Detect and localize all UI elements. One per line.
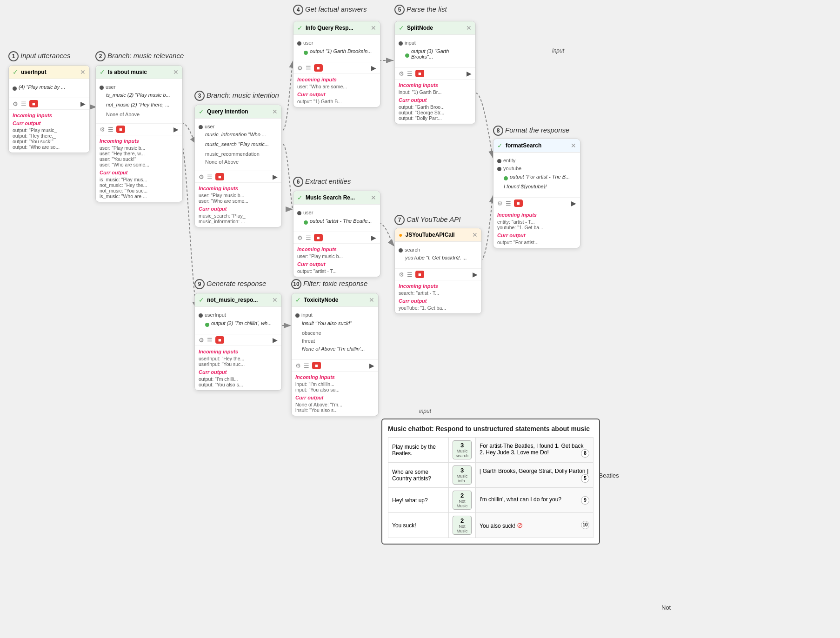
step4-label: 4Get factual answers (293, 5, 367, 15)
list-icon-8[interactable]: ☰ (506, 200, 511, 207)
red-btn-10[interactable]: ■ (312, 362, 321, 369)
badge-4: 2 NotMusic (453, 516, 472, 535)
settings-icon-9[interactable]: ⚙ (199, 337, 204, 344)
red-btn-5[interactable]: ■ (415, 70, 424, 77)
node-toxicity: ✓ ToxicityNode ✕ input insult "You also … (291, 293, 379, 416)
step3-num: 3 (194, 91, 205, 101)
play-icon-2[interactable]: ▶ (173, 126, 179, 133)
close-icon-5[interactable]: ✕ (466, 24, 472, 32)
list-icon-5[interactable]: ☰ (407, 70, 413, 77)
close-icon-8[interactable]: ✕ (571, 142, 576, 149)
node-fs-body: entity youtube output "For artist - The … (493, 153, 580, 197)
step4-num: 4 (293, 5, 303, 15)
close-icon-3[interactable]: ✕ (272, 108, 278, 115)
step8-num: 8 (493, 126, 503, 136)
node-info-query-resp: ✓ Info Query Resp... ✕ user output "1) G… (293, 21, 380, 107)
step7-label: 7Call YouTube API (394, 215, 460, 225)
red-action-btn[interactable]: ■ (29, 100, 38, 107)
red-btn-9[interactable]: ■ (215, 336, 224, 344)
node-is-about-music-body: user is_music (2) "Play music b... not_m… (96, 79, 182, 123)
node-query-intention-title: Query intention (207, 108, 269, 115)
node-user-input-header: ✓ userInput ✕ (9, 66, 89, 79)
qi-incoming: Incoming inputs user: "Play music b... u… (195, 182, 281, 227)
check-icon-8: ✓ (497, 142, 503, 149)
check-icon-5: ✓ (399, 24, 404, 32)
not-label: Not (661, 604, 671, 611)
settings-icon-4[interactable]: ⚙ (297, 65, 303, 72)
red-btn-7[interactable]: ■ (415, 271, 424, 278)
node-user-input-title: userInput (21, 69, 77, 75)
settings-icon[interactable]: ⚙ (13, 100, 18, 107)
step1-num: 1 (8, 51, 19, 61)
incoming-section: Incoming inputs Curr output output: "Pla… (9, 109, 89, 153)
list-icon[interactable]: ☰ (21, 100, 27, 107)
red-btn-4[interactable]: ■ (314, 64, 323, 72)
settings-icon-6[interactable]: ⚙ (297, 234, 303, 241)
close-icon[interactable]: ✕ (80, 68, 86, 76)
node-tx-header: ✓ ToxicityNode ✕ (292, 293, 378, 307)
node-user-input: ✓ userInput ✕ (4) "Play music by ... ⚙ ☰… (8, 65, 90, 153)
node-yt-title: JSYouTubeAPICall (405, 232, 469, 238)
settings-icon-2[interactable]: ⚙ (100, 126, 105, 133)
play-icon[interactable]: ▶ (80, 100, 86, 107)
output-value: (4) "Play music by ... (19, 84, 65, 90)
settings-icon-7[interactable]: ⚙ (399, 271, 404, 278)
red-btn-3[interactable]: ■ (215, 173, 224, 180)
close-icon-9[interactable]: ✕ (272, 296, 278, 304)
close-icon-2[interactable]: ✕ (173, 68, 179, 76)
list-icon-2[interactable]: ☰ (108, 126, 113, 133)
list-icon-3[interactable]: ☰ (207, 173, 213, 180)
badge-num-2: 3 (456, 467, 468, 474)
node-youtube-api: ● JSYouTubeAPICall ✕ search youTube "I. … (394, 228, 482, 314)
badge-num-4: 2 (456, 517, 468, 524)
red-btn-2[interactable]: ■ (116, 126, 125, 133)
incoming-text-4: output: "Who are so... (13, 144, 86, 150)
settings-icon-8[interactable]: ⚙ (497, 200, 503, 207)
fs-entity-dot (497, 159, 501, 163)
play-icon-10[interactable]: ▶ (369, 362, 374, 369)
nm-footer: ⚙ ☰ ■ ▶ (195, 334, 281, 346)
node-msr-header: ✓ Music Search Re... ✕ (293, 191, 380, 205)
step7-num: 7 (394, 215, 405, 225)
badge-type-2: Musicinfo. (456, 474, 468, 483)
red-btn-8[interactable]: ■ (514, 199, 523, 207)
chat-input-3: Hey! what up? (388, 488, 449, 513)
is-about-music-footer: ⚙ ☰ ■ ▶ (96, 123, 182, 135)
list-icon-10[interactable]: ☰ (304, 362, 309, 369)
chat-row-4: You suck! 2 NotMusic You also suck! 10 ⊘ (388, 513, 593, 538)
list-icon-9[interactable]: ☰ (207, 337, 213, 344)
close-icon-7[interactable]: ✕ (472, 231, 478, 239)
play-icon-7[interactable]: ▶ (473, 271, 478, 278)
settings-icon-10[interactable]: ⚙ (295, 362, 301, 369)
fs-youtube-dot (497, 167, 501, 171)
step2-label: 2Branch: music relevance (95, 51, 184, 61)
badge-2: 3 Musicinfo. (453, 465, 472, 485)
settings-icon-5[interactable]: ⚙ (399, 70, 404, 77)
close-icon-6[interactable]: ✕ (371, 194, 376, 201)
close-icon-10[interactable]: ✕ (369, 296, 374, 304)
play-icon-3[interactable]: ▶ (273, 173, 278, 180)
play-icon-4[interactable]: ▶ (371, 64, 376, 72)
chat-table: Play music by the Beatles. 3 Musicsearch… (388, 437, 593, 538)
settings-icon-3[interactable]: ⚙ (199, 173, 204, 180)
node-is-about-music-header: ✓ Is about music ✕ (96, 66, 182, 79)
list-icon-6[interactable]: ☰ (306, 234, 311, 241)
red-btn-6[interactable]: ■ (314, 234, 323, 241)
chat-input-4: You suck! (388, 513, 449, 538)
list-icon-7[interactable]: ☰ (407, 271, 413, 278)
chat-input-2: Who are some Country artists? (388, 463, 449, 488)
chat-badge-3: 2 NotMusic (449, 488, 476, 513)
play-icon-9[interactable]: ▶ (273, 336, 278, 344)
play-icon-5[interactable]: ▶ (467, 70, 472, 77)
node-split-title: SplitNode (407, 25, 463, 31)
split-footer: ⚙ ☰ ■ ▶ (395, 67, 475, 79)
play-icon-6[interactable]: ▶ (371, 234, 376, 241)
yt-search-dot (399, 248, 403, 253)
yt-incoming: Incoming inputs search: "artist - T... C… (395, 280, 481, 313)
close-icon-4[interactable]: ✕ (371, 24, 376, 32)
step1-label: 1Input utterances (8, 51, 71, 61)
list-icon-4[interactable]: ☰ (306, 65, 311, 72)
play-icon-8[interactable]: ▶ (571, 199, 576, 207)
node-nm-body: userInput output (2) "I'm chillin', wh..… (195, 307, 281, 334)
check-icon-10: ✓ (295, 296, 301, 304)
